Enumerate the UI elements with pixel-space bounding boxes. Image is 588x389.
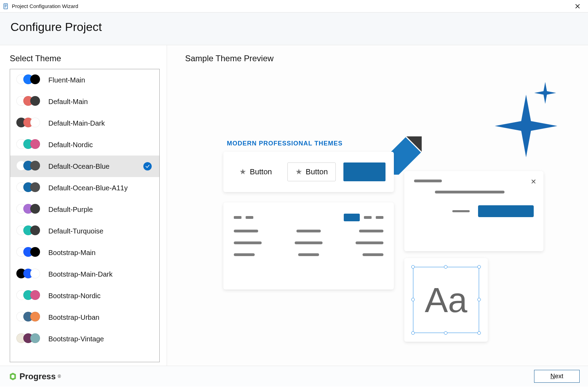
theme-swatch xyxy=(16,182,42,193)
theme-item[interactable]: Default-Purple xyxy=(10,199,159,220)
preview-buttons-card: ★ Button ★ Button xyxy=(223,152,394,192)
select-theme-heading: Select Theme xyxy=(10,54,160,63)
page-title: Configure Project xyxy=(10,20,578,34)
preview-button-outline: ★ Button xyxy=(287,162,336,181)
theme-item[interactable]: Bootstrap-Vintage xyxy=(10,328,159,350)
next-button-rest: ext xyxy=(555,373,563,380)
theme-label: Default-Ocean-Blue xyxy=(48,162,143,170)
theme-label: Bootstrap-Nordic xyxy=(48,292,152,300)
wizard-header: Configure Project xyxy=(0,13,588,45)
check-icon xyxy=(143,162,152,170)
theme-swatch xyxy=(16,74,42,86)
theme-item[interactable]: Default-Nordic xyxy=(10,134,159,156)
svg-rect-3 xyxy=(5,7,6,7)
preview-area: MODERN PROFESSIONAL THEMES ★ Button ★ Bu… xyxy=(185,70,574,356)
theme-swatch xyxy=(16,312,42,323)
theme-item[interactable]: Bootstrap-Nordic xyxy=(10,285,159,307)
preview-dialog-card: ✕ xyxy=(404,171,543,251)
star-icon: ★ xyxy=(239,167,246,176)
brand-name: Progress xyxy=(19,372,56,381)
svg-rect-2 xyxy=(5,6,7,6)
theme-label: Fluent-Main xyxy=(48,76,152,84)
theme-item[interactable]: Bootstrap-Main xyxy=(10,242,159,263)
theme-swatch xyxy=(16,118,42,129)
theme-label: Default-Nordic xyxy=(48,141,152,149)
theme-item[interactable]: Default-Ocean-Blue-A11y xyxy=(10,177,159,199)
preview-heading: Sample Theme Preview xyxy=(185,54,574,63)
theme-label: Default-Ocean-Blue-A11y xyxy=(48,184,152,192)
window-title: Project Configuration Wizard xyxy=(12,3,78,9)
theme-swatch xyxy=(16,269,42,280)
theme-swatch xyxy=(16,161,42,172)
theme-swatch xyxy=(16,139,42,150)
theme-swatch xyxy=(16,333,42,344)
theme-label: Bootstrap-Main-Dark xyxy=(48,270,152,278)
preview-subtitle: MODERN PROFESSIONAL THEMES xyxy=(227,140,343,147)
theme-label: Default-Purple xyxy=(48,206,152,214)
theme-label: Default-Turquoise xyxy=(48,227,152,235)
theme-swatch xyxy=(16,290,42,301)
preview-button-solid xyxy=(343,162,386,181)
title-bar: Project Configuration Wizard xyxy=(0,0,588,13)
theme-item[interactable]: Default-Ocean-Blue xyxy=(10,156,159,177)
typography-sample: Aa xyxy=(413,267,479,333)
preview-button-label: Button xyxy=(250,167,272,176)
preview-panel: Sample Theme Preview MODERN PROFESSIONAL… xyxy=(167,45,588,366)
theme-item[interactable]: Bootstrap-Urban xyxy=(10,307,159,328)
wizard-footer: Progress® Next xyxy=(0,366,588,387)
svg-rect-1 xyxy=(5,5,7,5)
theme-panel: Select Theme Fluent-MainDefault-MainDefa… xyxy=(0,45,167,366)
window-close-button[interactable] xyxy=(570,0,585,13)
selection-box: Aa xyxy=(413,267,479,333)
progress-icon xyxy=(8,372,17,381)
preview-button-flat: ★ Button xyxy=(232,162,280,181)
theme-item[interactable]: Bootstrap-Main-Dark xyxy=(10,263,159,285)
preview-button-label: Button xyxy=(306,167,328,176)
app-icon xyxy=(3,3,9,9)
theme-label: Bootstrap-Urban xyxy=(48,313,152,321)
theme-item[interactable]: Default-Main xyxy=(10,91,159,112)
star-icon: ★ xyxy=(295,167,302,176)
theme-label: Bootstrap-Main xyxy=(48,249,152,257)
theme-swatch xyxy=(16,247,42,258)
close-icon: ✕ xyxy=(531,177,537,186)
theme-label: Default-Main-Dark xyxy=(48,119,152,127)
theme-swatch xyxy=(16,96,42,107)
next-button[interactable]: Next xyxy=(534,370,580,383)
theme-item[interactable]: Default-Turquoise xyxy=(10,220,159,242)
theme-item[interactable]: Default-Main-Dark xyxy=(10,112,159,134)
next-button-underline: N xyxy=(550,373,555,380)
brand-logo: Progress® xyxy=(8,372,61,381)
preview-table-card xyxy=(223,203,394,289)
preview-typography-card: Aa xyxy=(404,258,488,342)
theme-listbox[interactable]: Fluent-MainDefault-MainDefault-Main-Dark… xyxy=(10,69,160,362)
sparkle-icon xyxy=(533,81,557,105)
theme-item[interactable]: Fluent-Main xyxy=(10,69,159,91)
theme-label: Default-Main xyxy=(48,98,152,106)
theme-label: Bootstrap-Vintage xyxy=(48,335,152,343)
theme-swatch xyxy=(16,204,42,215)
theme-swatch xyxy=(16,225,42,237)
